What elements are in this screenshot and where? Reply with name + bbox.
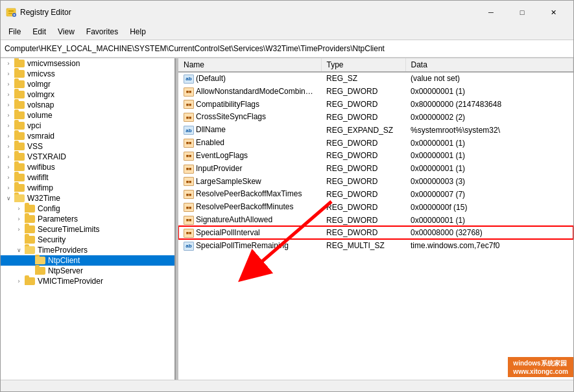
tree-item-securetimelimits[interactable]: › SecureTimeLimits: [1, 224, 174, 235]
reg-name-cell: ■■InputProvider: [178, 162, 321, 175]
reg-name: InputProvider: [196, 164, 242, 173]
table-row[interactable]: ■■EnabledREG_DWORD0x00000001 (1): [178, 137, 573, 150]
tree-item-volmgrx[interactable]: › volmgrx: [1, 89, 174, 100]
reg-type-cell: REG_DWORD: [321, 85, 405, 98]
statusbar: [1, 380, 573, 392]
table-row[interactable]: abSpecialPollTimeRemainingREG_MULTI_SZti…: [178, 239, 573, 252]
table-row[interactable]: ■■ResolvePeerBackoffMinutesREG_DWORD0x00…: [178, 201, 573, 214]
reg-name-cell: ■■ResolvePeerBackoffMinutes: [178, 201, 321, 214]
table-row[interactable]: abDllNameREG_EXPAND_SZ%systemroot%\syste…: [178, 124, 573, 137]
close-button[interactable]: ✕: [538, 3, 568, 22]
menu-view[interactable]: View: [53, 26, 80, 38]
folder-icon: [14, 59, 25, 68]
folder-icon: [14, 183, 25, 192]
reg-type-cell: REG_DWORD: [321, 214, 405, 227]
folder-icon: [14, 163, 25, 172]
reg-name: ResolvePeerBackoffMinutes: [196, 202, 294, 211]
reg-name-cell: ■■LargeSampleSkew: [178, 175, 321, 188]
reg-type-cell: REG_SZ: [321, 72, 405, 85]
col-data: Data: [405, 58, 573, 72]
reg-dword-icon: ■■: [184, 229, 194, 238]
menu-edit[interactable]: Edit: [27, 26, 51, 38]
menu-file[interactable]: File: [3, 26, 26, 38]
folder-icon: [34, 266, 46, 275]
reg-data-cell: 0x80000000 (2147483648: [405, 98, 573, 111]
reg-name-cell: ■■EventLogFlags: [178, 149, 321, 162]
reg-data-cell: %systemroot%\system32\: [405, 124, 573, 137]
table-row[interactable]: ■■AllowNonstandardModeCombinati...REG_DW…: [178, 85, 573, 98]
reg-ab-icon: ab: [184, 126, 194, 135]
folder-icon: [14, 90, 25, 99]
table-row[interactable]: ■■SpecialPollIntervalREG_DWORD0x00008000…: [178, 226, 573, 239]
folder-icon: [24, 225, 36, 234]
svg-rect-5: [14, 15, 16, 16]
reg-data-cell: 0x00000001 (1): [405, 137, 573, 150]
folder-icon: [24, 277, 36, 286]
reg-name-cell: ■■SignatureAuthAllowed: [178, 214, 321, 227]
maximize-button[interactable]: □: [507, 3, 537, 22]
reg-dword-icon: ■■: [184, 203, 194, 212]
menu-help[interactable]: Help: [125, 26, 151, 38]
reg-name-cell: ab(Default): [178, 72, 321, 85]
reg-name: ResolvePeerBackoffMaxTimes: [196, 189, 302, 198]
folder-icon: [14, 111, 25, 120]
tree-item-vwififlt[interactable]: › vwififlt: [1, 172, 174, 183]
table-row[interactable]: ab(Default)REG_SZ(value not set): [178, 72, 573, 85]
reg-type-cell: REG_EXPAND_SZ: [321, 124, 405, 137]
table-row[interactable]: ■■CompatibilityFlagsREG_DWORD0x80000000 …: [178, 98, 573, 111]
tree-item-volume[interactable]: › volume: [1, 110, 174, 121]
tree-item-vpci[interactable]: › vpci: [1, 121, 174, 131]
tree-item-vss[interactable]: › VSS: [1, 141, 174, 152]
col-type: Type: [321, 58, 405, 72]
tree-item-vsmraid[interactable]: › vsmraid: [1, 131, 174, 141]
reg-type-cell: REG_DWORD: [321, 111, 405, 124]
reg-data-cell: 0x00000001 (1): [405, 162, 573, 175]
menubar: File Edit View Favorites Help: [1, 24, 573, 40]
table-row[interactable]: ■■LargeSampleSkewREG_DWORD0x00000003 (3): [178, 175, 573, 188]
table-row[interactable]: ■■ResolvePeerBackoffMaxTimesREG_DWORD0x0…: [178, 188, 573, 201]
minimize-button[interactable]: ─: [476, 3, 506, 22]
folder-icon: [14, 142, 25, 151]
table-header-row: Name Type Data: [178, 58, 573, 72]
reg-name-cell: ■■CompatibilityFlags: [178, 98, 321, 111]
regedit-icon: [6, 7, 16, 17]
table-row[interactable]: ■■CrossSiteSyncFlagsREG_DWORD0x00000002 …: [178, 111, 573, 124]
tree-item-timeproviders[interactable]: ∨ TimeProviders: [1, 245, 174, 255]
tree-item-w32time[interactable]: ∨ W32Time: [1, 193, 174, 203]
window: Registry Editor ─ □ ✕ File Edit View Fav…: [0, 0, 574, 392]
reg-data-cell: 0x00000002 (2): [405, 111, 573, 124]
titlebar-left: Registry Editor: [6, 7, 71, 17]
tree-item-vstxraid[interactable]: › VSTXRAID: [1, 152, 174, 162]
reg-dword-icon: ■■: [184, 190, 194, 199]
tree-item-parameters[interactable]: › Parameters: [1, 214, 174, 224]
table-row[interactable]: ■■SignatureAuthAllowedREG_DWORD0x0000000…: [178, 214, 573, 227]
reg-type-cell: REG_DWORD: [321, 175, 405, 188]
reg-data-cell: 0x0000000f (15): [405, 201, 573, 214]
tree-item-vwifibus[interactable]: › vwifibus: [1, 162, 174, 172]
address-bar: Computer\HKEY_LOCAL_MACHINE\SYSTEM\Curre…: [1, 40, 573, 58]
reg-type-cell: REG_DWORD: [321, 149, 405, 162]
tree-item-config[interactable]: › Config: [1, 203, 174, 214]
reg-type-cell: REG_DWORD: [321, 226, 405, 239]
tree-item-security[interactable]: Security: [1, 235, 174, 245]
reg-type-cell: REG_DWORD: [321, 188, 405, 201]
tree-item-vmicvss[interactable]: › vmicvss: [1, 69, 174, 79]
tree-item-ntpserver[interactable]: NtpServer: [1, 266, 174, 276]
tree-item-ntpclient[interactable]: NtpClient: [1, 255, 174, 266]
tree-item-vwifimp[interactable]: › vwifimp: [1, 183, 174, 193]
svg-rect-1: [8, 10, 14, 12]
reg-name-cell: ■■AllowNonstandardModeCombinati...: [178, 85, 321, 98]
reg-data-cell: 0x00000003 (3): [405, 175, 573, 188]
tree-item-vmicvmsession[interactable]: › vmicvmsession: [1, 58, 174, 69]
folder-icon: [14, 80, 25, 89]
table-row[interactable]: ■■EventLogFlagsREG_DWORD0x00000001 (1): [178, 149, 573, 162]
window-title: Registry Editor: [20, 8, 71, 17]
tree-item-vmictimeprovider[interactable]: › VMICTimeProvider: [1, 276, 174, 286]
tree-item-volmgr[interactable]: › volmgr: [1, 79, 174, 89]
reg-type-cell: REG_DWORD: [321, 137, 405, 150]
tree-item-volsnap[interactable]: › volsnap: [1, 100, 174, 110]
menu-favorites[interactable]: Favorites: [81, 26, 123, 38]
address-path: Computer\HKEY_LOCAL_MACHINE\SYSTEM\Curre…: [5, 44, 385, 53]
folder-icon: [14, 69, 25, 78]
table-row[interactable]: ■■InputProviderREG_DWORD0x00000001 (1): [178, 162, 573, 175]
